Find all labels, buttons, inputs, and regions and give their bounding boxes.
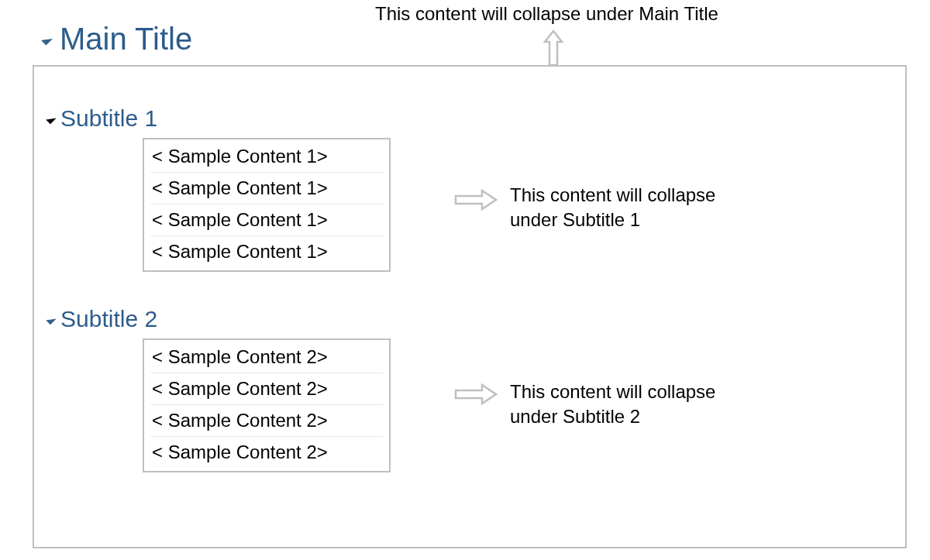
arrow-right-icon (454, 189, 498, 208)
annotation-line: This content will collapse (510, 380, 715, 404)
subtitle-1-content-box: < Sample Content 1> < Sample Content 1> … (143, 138, 391, 272)
subtitle-2-label: Subtitle 2 (60, 306, 157, 332)
annotation-line: under Subtitle 2 (510, 404, 715, 429)
annotation-line: under Subtitle 1 (510, 208, 715, 232)
content-line: < Sample Content 1> (150, 236, 383, 267)
arrow-up-icon (542, 29, 564, 67)
subtitle-2-section: Subtitle 2 < Sample Content 2> < Sample … (48, 306, 891, 472)
top-annotation-text: This content will collapse under Main Ti… (375, 3, 718, 25)
subtitle-1-section: Subtitle 1 < Sample Content 1> < Sample … (48, 105, 891, 272)
collapse-triangle-icon[interactable] (41, 33, 53, 45)
subtitle-1-label: Subtitle 1 (60, 105, 157, 132)
main-title-label: Main Title (60, 22, 192, 57)
subtitle-2-content-box: < Sample Content 2> < Sample Content 2> … (143, 338, 391, 472)
annotation-line: This content will collapse (510, 183, 715, 208)
content-line: < Sample Content 1> (150, 173, 383, 204)
subtitle-2-heading[interactable]: Subtitle 2 (48, 306, 891, 332)
content-line: < Sample Content 2> (150, 437, 383, 468)
arrow-right-icon (454, 383, 498, 402)
collapse-triangle-icon[interactable] (46, 113, 56, 123)
content-line: < Sample Content 2> (150, 342, 383, 373)
subtitle-2-annotation: This content will collapse under Subtitl… (510, 380, 715, 430)
content-line: < Sample Content 1> (150, 141, 383, 173)
main-collapse-region: Subtitle 1 < Sample Content 1> < Sample … (33, 65, 907, 548)
content-line: < Sample Content 2> (150, 373, 383, 405)
subtitle-1-heading[interactable]: Subtitle 1 (48, 105, 891, 132)
collapse-triangle-icon[interactable] (46, 314, 56, 324)
subtitle-1-annotation: This content will collapse under Subtitl… (510, 183, 715, 233)
content-line: < Sample Content 1> (150, 204, 383, 236)
content-line: < Sample Content 2> (150, 405, 383, 437)
main-title-heading[interactable]: Main Title (43, 22, 192, 57)
